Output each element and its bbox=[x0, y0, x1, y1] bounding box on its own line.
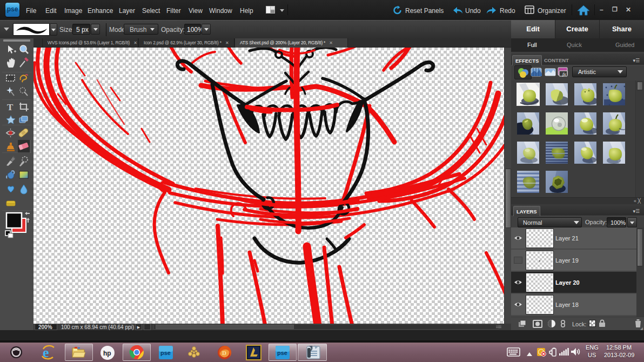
svg-text:D: D bbox=[222, 350, 226, 356]
svg-text:hp: hp bbox=[103, 350, 111, 357]
svg-text:T: T bbox=[7, 102, 14, 112]
svg-text:fx: fx bbox=[562, 71, 566, 77]
svg-text:pse: pse bbox=[160, 350, 171, 356]
svg-text:pse: pse bbox=[277, 350, 287, 356]
